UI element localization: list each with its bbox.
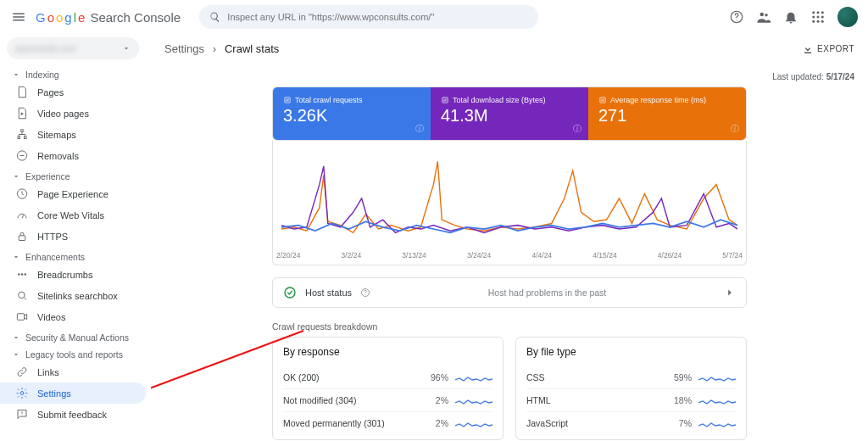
menu-icon[interactable] — [10, 8, 27, 25]
sidebar-section[interactable]: Experience — [0, 166, 146, 183]
axis-tick: 4/15/24 — [593, 251, 616, 260]
export-button[interactable]: EXPORT — [802, 43, 854, 55]
sidebar-item-label: Sitemaps — [37, 130, 76, 140]
chevron-right-icon — [724, 287, 736, 299]
table-row[interactable]: OK (200)96% — [283, 366, 492, 388]
cwv-icon — [15, 209, 29, 221]
sidebar-item-label: Removals — [37, 151, 79, 161]
svg-point-30 — [365, 294, 366, 295]
search-input[interactable] — [227, 12, 528, 22]
sidebar-item-label: Videos — [37, 312, 65, 322]
sidebar-item-label: Links — [37, 367, 59, 377]
svg-point-19 — [18, 273, 20, 276]
row-name: CSS — [526, 372, 663, 382]
svg-point-11 — [817, 20, 820, 23]
breakdown-heading: Crawl requests breakdown — [272, 321, 747, 332]
chevron-down-icon — [12, 350, 20, 359]
metric-tile[interactable]: Total crawl requests 3.26K ⓘ — [273, 87, 431, 140]
svg-point-22 — [19, 292, 25, 299]
svg-point-4 — [812, 11, 815, 14]
sidebar-item[interactable]: Pages — [0, 81, 146, 103]
help-outline-icon[interactable] — [360, 287, 370, 298]
url-inspect-search[interactable] — [199, 5, 538, 29]
sidebar-section[interactable]: Legacy tools and reports — [0, 344, 146, 361]
breadcrumb-current: Crawl stats — [225, 42, 279, 55]
sidebar: wpconsults.com IndexingPagesVideo pagesS… — [0, 34, 151, 441]
table-row[interactable]: CSS59% — [526, 366, 736, 388]
info-icon[interactable]: ⓘ — [573, 123, 581, 135]
pageexp-icon — [15, 187, 29, 200]
sidebar-item[interactable]: Breadcrumbs — [0, 264, 146, 285]
videos-icon — [15, 310, 29, 323]
table-row[interactable]: Moved permanently (301)2% — [283, 411, 492, 434]
row-name: Moved permanently (301) — [283, 418, 420, 428]
row-pct: 59% — [663, 372, 692, 382]
by-file-type-table[interactable]: By file type CSS59%HTML18%JavaScript7% — [515, 337, 747, 440]
sidebar-item-settings[interactable]: Settings — [0, 382, 146, 404]
sidebar-item-label: Settings — [37, 388, 71, 399]
sidebar-item-submit feedback[interactable]: Submit feedback — [0, 404, 146, 425]
last-updated: Last updated: 5/17/24 — [164, 72, 854, 81]
apps-icon[interactable] — [810, 9, 826, 25]
sidebar-section[interactable]: Indexing — [0, 64, 146, 81]
host-status-row[interactable]: Host status Host had problems in the pas… — [272, 277, 747, 308]
https-icon — [15, 230, 29, 243]
sidebar-item[interactable]: Sitemaps — [0, 124, 146, 145]
checkbox-icon — [598, 96, 607, 104]
svg-rect-23 — [17, 314, 24, 321]
metric-label: Total crawl requests — [295, 96, 363, 104]
svg-point-5 — [817, 11, 820, 14]
svg-point-10 — [812, 20, 815, 23]
metric-tile[interactable]: Average response time (ms) 271 ⓘ — [588, 87, 746, 140]
sidebar-item[interactable]: Sitelinks searchbox — [0, 285, 146, 306]
remove-icon — [15, 149, 29, 162]
main-content: Settings › Crawl stats EXPORT Last updat… — [151, 34, 868, 441]
info-icon[interactable]: ⓘ — [415, 123, 424, 135]
help-icon[interactable] — [729, 9, 744, 25]
product-logo[interactable]: Google Search Console — [36, 10, 181, 25]
sidebar-section[interactable]: Security & Manual Actions — [0, 327, 146, 344]
svg-rect-13 — [21, 130, 24, 132]
row-pct: 18% — [663, 395, 692, 405]
sidebar-item-label: HTTPS — [37, 232, 68, 242]
sidebar-item-label: Video pages — [37, 109, 89, 119]
chevron-down-icon — [122, 44, 131, 53]
by-response-table[interactable]: By response OK (200)96%Not modified (304… — [272, 337, 504, 440]
svg-rect-15 — [25, 137, 27, 139]
row-pct: 96% — [420, 372, 448, 382]
row-pct: 7% — [663, 418, 692, 428]
check-circle-icon — [283, 286, 297, 299]
sidebar-item[interactable]: Videos — [0, 306, 146, 327]
sidebar-item[interactable]: Core Web Vitals — [0, 204, 146, 226]
axis-tick: 5/7/24 — [722, 251, 743, 260]
svg-point-21 — [25, 273, 27, 276]
sidebar-section[interactable]: Enhancements — [0, 247, 146, 264]
sidebar-item[interactable]: Page Experience — [0, 183, 146, 204]
sidebar-item[interactable]: HTTPS — [0, 226, 146, 247]
bell-icon[interactable] — [783, 9, 798, 25]
table-row[interactable]: HTML18% — [526, 388, 736, 411]
svg-point-7 — [812, 16, 815, 19]
account-avatar[interactable] — [837, 7, 858, 27]
axis-tick: 3/2/24 — [342, 251, 362, 260]
settings-icon — [15, 387, 29, 399]
breadcrumb: Settings › Crawl stats EXPORT — [164, 34, 854, 60]
property-selector[interactable]: wpconsults.com — [7, 37, 139, 59]
table-row[interactable]: JavaScript7% — [526, 411, 736, 434]
sidebar-item-links[interactable]: Links — [0, 361, 146, 382]
info-icon[interactable]: ⓘ — [731, 123, 739, 135]
svg-point-28 — [285, 287, 295, 298]
metric-value: 41.3M — [441, 106, 578, 126]
sidebar-item-label: Page Experience — [37, 189, 108, 199]
svg-rect-25 — [285, 98, 291, 103]
chevron-down-icon — [12, 333, 20, 342]
app-header: Google Search Console — [0, 0, 868, 34]
sidebar-item[interactable]: Video pages — [0, 103, 146, 124]
metric-tile[interactable]: Total download size (Bytes) 41.3M ⓘ — [431, 87, 588, 140]
chevron-down-icon — [12, 172, 20, 181]
people-icon[interactable] — [756, 9, 771, 25]
chevron-down-icon — [12, 70, 20, 79]
table-row[interactable]: Not modified (304)2% — [283, 388, 492, 411]
breadcrumb-parent[interactable]: Settings — [164, 42, 204, 55]
sidebar-item[interactable]: Removals — [0, 145, 146, 166]
